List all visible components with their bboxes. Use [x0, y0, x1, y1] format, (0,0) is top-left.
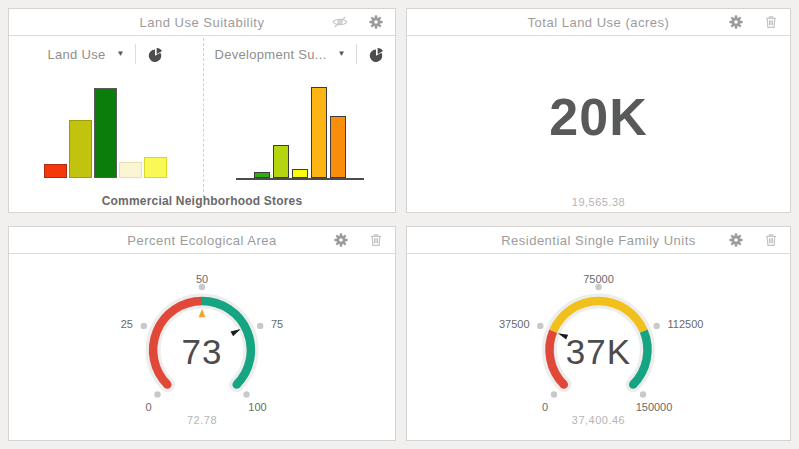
gauge-sub-value: 72.78	[9, 414, 395, 426]
bar-chart-land-use[interactable]	[9, 86, 202, 178]
svg-text:112500: 112500	[668, 318, 704, 330]
bar-2	[292, 169, 308, 178]
panel-header: Residential Single Family Units	[407, 227, 790, 254]
panel-title: Percent Ecological Area	[127, 233, 277, 248]
settings-icon[interactable]	[368, 14, 384, 30]
svg-text:75000: 75000	[583, 273, 614, 285]
visibility-off-icon[interactable]	[331, 13, 349, 31]
trash-icon[interactable]	[763, 14, 779, 30]
gauge-chart: 0375007500011250015000037K	[407, 256, 790, 418]
svg-text:0: 0	[542, 401, 548, 413]
panel-header: Land Use Suitability	[9, 9, 395, 36]
bar-1	[69, 120, 92, 178]
dropdown-label: Development Su...	[215, 47, 327, 62]
panel-percent-ecological-area: Percent Ecological Area	[8, 226, 396, 441]
divider	[356, 44, 357, 64]
bar-0	[254, 172, 270, 178]
panel-body: Land Use ▼ Develo	[9, 36, 395, 213]
bar-4	[144, 157, 167, 178]
gauge-chart: 025507510073	[9, 256, 395, 418]
subwidget-development-suitability: Development Su... ▼	[203, 36, 396, 196]
panel-residential-single-family-units: Residential Single Family Units	[406, 226, 791, 441]
panel-title: Residential Single Family Units	[501, 233, 696, 248]
svg-text:0: 0	[145, 401, 151, 413]
svg-text:37K: 37K	[566, 332, 631, 371]
pie-chart-icon[interactable]	[147, 46, 163, 62]
dropdown-label: Land Use	[48, 47, 106, 62]
svg-text:75: 75	[271, 318, 283, 330]
settings-icon[interactable]	[728, 232, 744, 248]
pie-chart-icon[interactable]	[368, 46, 384, 62]
svg-text:50: 50	[196, 273, 208, 285]
dashboard: Land Use Suitability	[0, 0, 799, 449]
bar-0	[44, 164, 67, 178]
divider	[135, 44, 136, 64]
svg-text:37500: 37500	[499, 318, 530, 330]
svg-text:25: 25	[121, 318, 133, 330]
panel-title: Land Use Suitability	[140, 15, 265, 30]
bar-3	[311, 87, 327, 178]
svg-text:100: 100	[248, 401, 266, 413]
panel-title: Total Land Use (acres)	[528, 15, 670, 30]
bar-3	[119, 162, 142, 178]
panel-land-use-suitability: Land Use Suitability	[8, 8, 396, 213]
svg-text:73: 73	[182, 332, 223, 371]
indicator-value: 20K	[549, 87, 647, 147]
panel-header: Percent Ecological Area	[9, 227, 395, 254]
panel-total-land-use: Total Land Use (acres)	[406, 8, 791, 213]
subwidget-land-use: Land Use ▼	[9, 36, 202, 196]
panel-body: 025507510073 72.78	[9, 256, 395, 443]
bar-4	[330, 116, 346, 178]
bar-chart-development-suitability[interactable]	[236, 86, 364, 180]
bar-1	[273, 145, 289, 178]
chevron-down-icon: ▼	[338, 50, 346, 58]
panel-body: 20K 19,565.38	[407, 36, 790, 213]
trash-icon[interactable]	[368, 232, 384, 248]
development-suitability-dropdown[interactable]: Development Su... ▼	[215, 47, 346, 62]
indicator-sub-value: 19,565.38	[407, 196, 790, 208]
settings-icon[interactable]	[728, 14, 744, 30]
settings-icon[interactable]	[333, 232, 349, 248]
land-use-dropdown[interactable]: Land Use ▼	[48, 47, 125, 62]
gauge-sub-value: 37,400.46	[407, 414, 790, 426]
panel-body: 0375007500011250015000037K 37,400.46	[407, 256, 790, 443]
bar-2	[94, 88, 117, 178]
panel-header: Total Land Use (acres)	[407, 9, 790, 36]
category-caption: Commercial Neighborhood Stores	[9, 194, 395, 208]
trash-icon[interactable]	[763, 232, 779, 248]
chevron-down-icon: ▼	[117, 50, 125, 58]
svg-text:150000: 150000	[636, 401, 673, 413]
